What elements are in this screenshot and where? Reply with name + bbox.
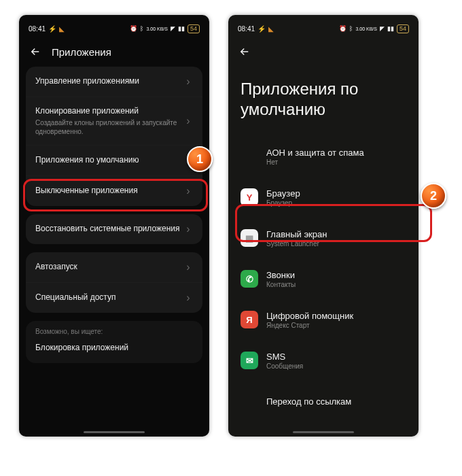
row-special-access[interactable]: Специальный доступ › [26,282,202,313]
page-title: Приложения по умолчанию [228,67,419,136]
default-app-calls[interactable]: ✆ Звонки Контакты [228,258,419,299]
row-label: Блокировка приложений [35,343,193,354]
chevron-right-icon: › [183,261,193,273]
home-indicator[interactable] [293,431,354,433]
status-right: ⏰ ᛒ 3.00 KB/S ◤ ▮▮ 54 [339,24,409,33]
item-title: SMS [266,352,303,362]
row-label: Приложения по умолчанию [35,155,183,166]
back-button[interactable] [27,44,43,60]
net-speed: 3.00 KB/S [355,27,377,31]
item-sub: Контакты [266,281,296,288]
chevron-right-icon: › [183,115,193,127]
row-default-apps[interactable]: Приложения по умолчанию › [26,145,202,175]
settings-group-1: Управление приложениями › Клонирование п… [26,67,202,206]
row-label: Клонирование приложений [35,106,183,117]
row-app-lock[interactable]: Блокировка приложений [26,337,202,363]
home-indicator[interactable] [84,431,145,433]
item-sub: Нет [266,158,364,166]
default-app-links[interactable]: Переход по ссылкам [228,381,419,422]
phone-right: 08:41 ⚡ ◣ ⏰ ᛒ 3.00 KB/S ◤ ▮▮ 54 Приложен… [228,15,419,437]
arrow-left-icon [29,46,41,58]
status-right: ⏰ ᛒ 3.00 KB/S ◤ ▮▮ 54 [130,24,200,33]
status-left: 08:41 ⚡ ◣ [238,25,274,33]
lightning-icon: ⚡ [257,25,266,33]
item-sub: Браузер [266,199,300,207]
search-heading: Возможно, вы ищете: [26,321,202,337]
row-clone-apps[interactable]: Клонирование приложений Создавайте клоны… [26,97,202,145]
default-app-browser[interactable]: Y Браузер Браузер [228,177,419,218]
row-manage-apps[interactable]: Управление приложениями › [26,67,202,97]
battery-icon: 54 [188,24,200,33]
row-disabled-apps[interactable]: Выключенные приложения › [26,175,202,206]
header [228,39,419,67]
settings-group-2: Восстановить системные приложения › [26,214,202,244]
item-title: Звонки [266,270,296,280]
phone-left: 08:41 ⚡ ◣ ⏰ ᛒ 3.00 KB/S ◤ ▮▮ 54 Приложен… [19,15,209,437]
default-app-launcher[interactable]: ▦ Главный экран System Launcher [228,218,419,258]
signal-icon: ▮▮ [387,25,394,32]
default-app-assistant[interactable]: Я Цифровой помощник Яндекс Старт [228,299,419,340]
wifi-icon: ◤ [380,25,385,32]
row-sub: Создавайте клоны приложений и запускайте… [35,118,183,136]
default-app-sms[interactable]: ✉ SMS Сообщения [228,340,419,381]
status-time: 08:41 [238,25,255,33]
app-icon-contacts: ✆ [241,270,258,288]
row-restore-system-apps[interactable]: Восстановить системные приложения › [26,214,202,244]
bookmark-icon: ◣ [59,25,65,33]
signal-icon: ▮▮ [178,25,185,32]
row-autostart[interactable]: Автозапуск › [26,252,202,282]
status-time: 08:41 [29,25,46,33]
settings-group-3: Автозапуск › Специальный доступ › [26,252,202,313]
chevron-right-icon: › [183,292,193,304]
app-icon-launcher: ▦ [241,229,258,247]
callout-1: 1 [187,146,213,172]
item-title: АОН и защита от спама [266,148,364,158]
alarm-icon: ⏰ [339,25,346,32]
app-icon-sms: ✉ [241,352,258,369]
item-title: Цифровой помощник [266,311,353,321]
item-title: Главный экран [266,229,327,239]
bookmark-icon: ◣ [268,25,274,33]
bt-icon: ᛒ [140,25,143,32]
page-title: Приложения [52,46,111,58]
bt-icon: ᛒ [349,25,353,32]
status-left: 08:41 ⚡ ◣ [29,25,65,33]
item-sub: Сообщения [266,362,303,370]
app-icon-yandex: Y [241,188,258,206]
item-title: Переход по ссылкам [266,396,351,407]
arrow-left-icon [238,46,251,58]
net-speed: 3.00 KB/S [146,27,168,31]
alarm-icon: ⏰ [130,25,137,32]
wifi-icon: ◤ [171,25,175,32]
battery-icon: 54 [397,24,409,33]
statusbar: 08:41 ⚡ ◣ ⏰ ᛒ 3.00 KB/S ◤ ▮▮ 54 [19,15,209,39]
row-label: Восстановить системные приложения [35,224,183,235]
chevron-right-icon: › [183,75,193,88]
default-app-caller-id[interactable]: АОН и защита от спама Нет [228,136,419,177]
back-button[interactable] [236,44,253,60]
row-label: Специальный доступ [35,292,183,303]
row-label: Управление приложениями [35,76,183,87]
item-title: Браузер [266,188,300,199]
app-icon-ystart: Я [241,311,258,328]
statusbar: 08:41 ⚡ ◣ ⏰ ᛒ 3.00 KB/S ◤ ▮▮ 54 [228,15,419,39]
chevron-right-icon: › [183,223,193,235]
row-label: Автозапуск [35,262,183,273]
lightning-icon: ⚡ [48,25,56,33]
item-sub: System Launcher [266,240,327,248]
item-sub: Яндекс Старт [266,322,353,329]
row-label: Выключенные приложения [35,186,183,197]
header: Приложения [19,39,209,67]
settings-group-search: Возможно, вы ищете: Блокировка приложени… [26,321,202,363]
callout-2: 2 [421,183,446,209]
chevron-right-icon: › [183,185,193,197]
